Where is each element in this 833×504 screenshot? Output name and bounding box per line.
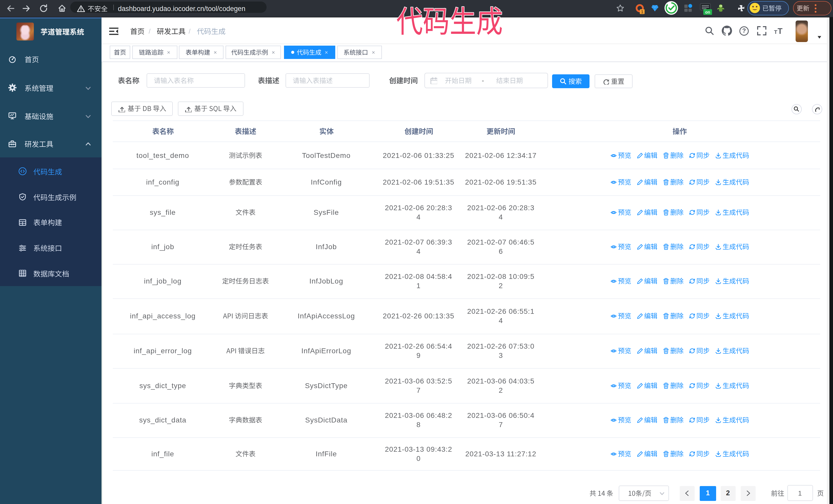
svg-text:1: 1 [641, 10, 643, 14]
svg-text:on: on [705, 10, 710, 14]
svg-text:T: T [774, 29, 777, 35]
svg-text:?: ? [742, 27, 746, 34]
svg-text:T: T [778, 27, 783, 35]
